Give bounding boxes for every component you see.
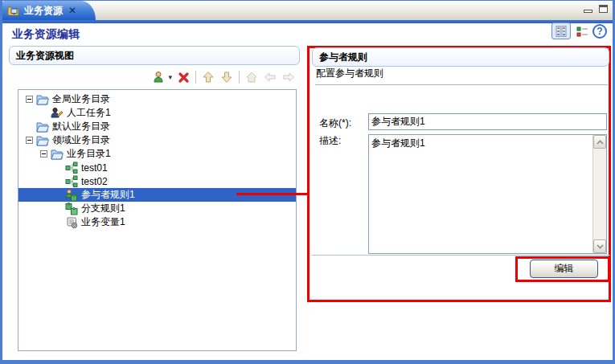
tree-item-label: 参与者规则1 xyxy=(81,188,135,202)
manual-task-icon xyxy=(51,107,64,120)
up-arrow-icon xyxy=(202,71,215,84)
participant-rule-icon xyxy=(65,189,78,202)
person-add-icon xyxy=(153,71,166,84)
scroll-up-button[interactable] xyxy=(593,135,606,149)
form-bottom-border xyxy=(312,255,610,256)
description-label: 描述: xyxy=(319,134,341,148)
tree-item-domain-catalog[interactable]: 领域业务目录 xyxy=(18,133,296,147)
move-up-button[interactable] xyxy=(202,71,215,84)
branch-rule-icon xyxy=(65,202,78,215)
left-panel-header: 业务资源视图 xyxy=(9,46,300,65)
home-button[interactable] xyxy=(245,71,258,84)
right-panel-title: 参与者规则 xyxy=(319,51,367,64)
tree-item-test01[interactable]: test01 xyxy=(18,161,296,174)
folder-monitor-icon xyxy=(7,4,20,17)
name-input[interactable] xyxy=(368,113,607,130)
toolbar-separator xyxy=(239,71,240,84)
node-icon xyxy=(65,162,78,174)
tab-title: 业务资源 xyxy=(24,4,63,18)
back-button[interactable] xyxy=(264,72,277,83)
tab-bar: 业务资源 ✕ xyxy=(2,1,613,20)
tree-item-label: 业务变量1 xyxy=(81,215,125,229)
tree-item-branch-rule1[interactable]: 分支规则1 xyxy=(18,202,296,215)
description-field-wrap: 参与者规则1 xyxy=(368,134,607,254)
name-label: 名称(*): xyxy=(319,117,351,130)
page-title: 业务资源编辑 xyxy=(12,27,80,42)
minimize-icon[interactable] xyxy=(584,10,592,13)
tree-item-label: test01 xyxy=(81,162,108,174)
tree-toolbar: ▾ xyxy=(9,69,295,85)
close-icon[interactable]: ✕ xyxy=(68,6,76,15)
collapse-icon[interactable] xyxy=(40,150,47,157)
section-divider xyxy=(315,84,608,86)
collapse-icon[interactable] xyxy=(26,96,33,103)
tree-item-global-catalog[interactable]: 全局业务目录 xyxy=(18,92,296,106)
maximize-icon[interactable] xyxy=(599,5,608,13)
tree-item-label: 人工任务1 xyxy=(67,106,111,120)
home-icon xyxy=(245,71,258,84)
variable-icon xyxy=(65,216,78,229)
scroll-down-button[interactable] xyxy=(593,239,606,253)
tree-item-label: 领域业务目录 xyxy=(52,133,110,147)
toolbar-separator xyxy=(195,71,196,84)
tree-item-label: test02 xyxy=(81,176,108,187)
category-view-button[interactable] xyxy=(551,22,571,39)
forward-arrow-icon xyxy=(282,72,295,83)
back-arrow-icon xyxy=(264,72,277,83)
chevron-up-icon xyxy=(597,140,604,145)
collapse-icon[interactable] xyxy=(26,137,33,144)
add-participant-menu-button[interactable]: ▾ xyxy=(153,71,172,84)
list-view-button[interactable] xyxy=(574,24,590,39)
delete-button[interactable] xyxy=(178,72,190,84)
right-panel-subtitle: 配置参与者规则 xyxy=(316,67,383,80)
tree-item-business-catalog1[interactable]: 业务目录1 xyxy=(18,147,296,161)
dropdown-arrow-icon: ▾ xyxy=(168,73,172,81)
list-view-icon xyxy=(576,27,588,37)
forward-button[interactable] xyxy=(282,72,295,83)
tree-item-manual-task[interactable]: 人工任务1 xyxy=(18,106,296,120)
folder-open-icon xyxy=(51,148,64,161)
tree-item-label: 默认业务目录 xyxy=(52,120,110,133)
business-resource-window: 业务资源 ✕ 业务资源编辑 ? 业务资源视图 xyxy=(0,0,615,364)
folder-open-icon xyxy=(36,134,49,147)
edit-button[interactable]: 编辑 xyxy=(530,260,598,278)
move-down-button[interactable] xyxy=(220,71,233,84)
right-panel-header: 参与者规则 xyxy=(312,47,609,67)
scrollbar[interactable] xyxy=(592,135,606,253)
tree-item-test02[interactable]: test02 xyxy=(18,174,296,188)
tree-item-business-variable1[interactable]: 业务变量1 xyxy=(18,215,296,229)
down-arrow-icon xyxy=(220,71,233,84)
tab-business-resource[interactable]: 业务资源 ✕ xyxy=(2,1,96,20)
tree-item-label: 分支规则1 xyxy=(81,202,125,215)
tree-item-label: 全局业务目录 xyxy=(52,92,110,106)
help-button[interactable]: ? xyxy=(592,24,607,39)
tree-item-default-catalog[interactable]: 默认业务目录 xyxy=(18,120,296,133)
category-view-icon xyxy=(556,26,567,37)
folder-open-icon xyxy=(36,121,49,133)
delete-x-icon xyxy=(178,72,190,84)
folder-open-icon xyxy=(36,93,49,106)
node-icon xyxy=(65,175,78,188)
left-panel-title: 业务资源视图 xyxy=(16,49,74,63)
description-textarea[interactable]: 参与者规则1 xyxy=(369,135,592,253)
tree-item-participant-rule1[interactable]: 参与者规则1 xyxy=(18,188,296,202)
tree-item-label: 业务目录1 xyxy=(67,147,111,161)
chevron-down-icon xyxy=(597,244,604,249)
business-resource-tree: 全局业务目录 人工任务1 默认业务目录 领域业务目录 xyxy=(18,89,297,351)
tab-underline xyxy=(2,20,613,23)
